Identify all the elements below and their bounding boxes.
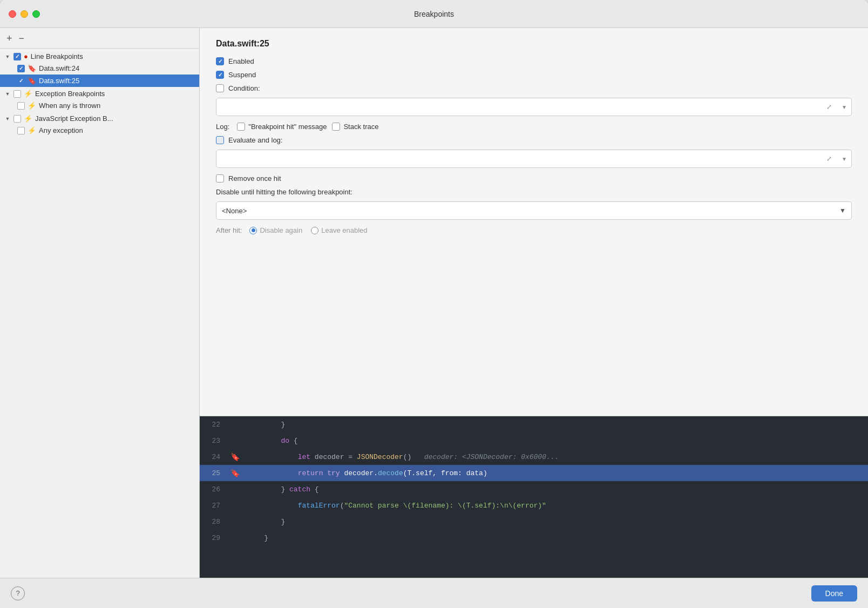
code-line-29: 29 } — [200, 530, 868, 546]
left-panel: + − ▼ ● Line Breakpoints 🔖 D — [0, 28, 200, 578]
evaluate-log-row: Evaluate and log: — [216, 136, 852, 144]
line-num-22: 22 — [200, 421, 227, 429]
leave-enabled-radio-item[interactable]: Leave enabled — [311, 226, 367, 234]
disable-again-radio-btn[interactable] — [249, 227, 257, 234]
dropdown-arrow-icon: ▼ — [842, 104, 847, 110]
line-content-24: let decoder = JSONDecoder() decoder: <JS… — [243, 452, 868, 462]
bp-item-any-exception[interactable]: ⚡ Any exception — [0, 124, 199, 137]
bp-group-exception: ▼ ⚡ Exception Breakpoints ⚡ When any is … — [0, 88, 199, 112]
code-line-25: 25 🔖 return try decoder.decode(T.self, f… — [200, 465, 868, 481]
evaluate-log-input[interactable]: ⤢ ▼ — [216, 150, 852, 168]
condition-row: Condition: — [216, 84, 852, 92]
bp-item-data-swift-25[interactable]: 🔖 Data.swift:25 — [0, 75, 199, 87]
evaluate-log-input-row: ⤢ ▼ — [216, 150, 852, 168]
line-breakpoints-checkbox[interactable] — [13, 53, 21, 60]
enabled-checkbox[interactable] — [216, 57, 224, 65]
dropdown-chevron-icon: ▼ — [839, 207, 846, 214]
disable-until-dropdown[interactable]: <None> ▼ — [216, 201, 852, 220]
line-content-29: } — [243, 533, 868, 543]
right-content: Data.swift:25 Enabled Suspend Condition: — [200, 28, 868, 416]
footer: ? Done — [0, 578, 868, 608]
line-bp-25: 🔖 — [227, 469, 243, 478]
any-exception-checkbox[interactable] — [17, 127, 25, 134]
maximize-button[interactable] — [32, 10, 40, 18]
data-swift-24-checkbox[interactable] — [17, 65, 25, 72]
line-num-26: 26 — [200, 485, 227, 494]
exception-bp-icon: ⚡ — [24, 90, 32, 98]
suspend-row: Suspend — [216, 71, 852, 79]
line-num-25: 25 — [200, 469, 227, 477]
js-exception-breakpoints-checkbox[interactable] — [13, 115, 21, 123]
log-breakpoint-hit-checkbox[interactable] — [237, 123, 245, 131]
bp-group-header-js-exception[interactable]: ▼ ⚡ JavaScript Exception B... — [0, 113, 199, 124]
disable-again-radio-item[interactable]: Disable again — [249, 226, 302, 234]
exception-breakpoints-label: Exception Breakpoints — [35, 90, 105, 98]
line-bp-24: 🔖 — [227, 452, 243, 462]
line-num-29: 29 — [200, 534, 227, 542]
traffic-lights — [9, 10, 40, 18]
after-hit-label: After hit: — [216, 226, 242, 234]
leave-enabled-radio-btn[interactable] — [311, 227, 318, 234]
suspend-checkbox[interactable] — [216, 71, 224, 79]
log-stack-trace-group: Stack trace — [332, 123, 378, 131]
left-toolbar: + − — [0, 28, 199, 49]
bp-group-line-breakpoints: ▼ ● Line Breakpoints 🔖 Data.swift:24 — [0, 51, 199, 87]
condition-checkbox[interactable] — [216, 84, 224, 92]
exception-breakpoints-checkbox[interactable] — [13, 90, 21, 98]
dropdown-arrow-icon-2: ▼ — [842, 156, 847, 162]
code-line-22: 22 } — [200, 416, 868, 433]
condition-input[interactable]: ⤢ ▼ — [216, 98, 852, 116]
code-line-27: 27 fatalError("Cannot parse \(filename):… — [200, 497, 868, 514]
line-breakpoints-label: Line Breakpoints — [31, 52, 83, 60]
log-stack-trace-label: Stack trace — [343, 123, 378, 131]
when-any-thrown-label: When any is thrown — [39, 102, 100, 110]
data-swift-24-label: Data.swift:24 — [39, 64, 79, 72]
chevron-down-icon-2: ▼ — [4, 91, 11, 97]
chevron-right-icon: ▼ — [4, 116, 11, 122]
done-button[interactable]: Done — [811, 585, 857, 602]
log-row: Log: "Breakpoint hit" message Stack trac… — [216, 123, 852, 131]
expand-icon: ⤢ — [826, 103, 832, 111]
disable-until-value: <None> — [222, 207, 839, 215]
line-content-25: return try decoder.decode(T.self, from: … — [243, 468, 868, 478]
help-button[interactable]: ? — [11, 586, 25, 600]
remove-once-hit-label: Remove once hit — [228, 174, 281, 183]
line-num-24: 24 — [200, 453, 227, 461]
log-breakpoint-hit-group: "Breakpoint hit" message — [237, 123, 327, 131]
enabled-row: Enabled — [216, 57, 852, 65]
data-swift-25-checkbox[interactable] — [17, 77, 25, 85]
bp-item-when-any-thrown[interactable]: ⚡ When any is thrown — [0, 99, 199, 112]
when-any-thrown-checkbox[interactable] — [17, 102, 25, 110]
log-stack-trace-checkbox[interactable] — [332, 123, 340, 131]
line-num-23: 23 — [200, 437, 227, 445]
bp-group-header-line-breakpoints[interactable]: ▼ ● Line Breakpoints — [0, 51, 199, 62]
leave-enabled-radio-label: Leave enabled — [321, 226, 367, 234]
disable-until-row: Disable until hitting the following brea… — [216, 188, 852, 196]
line-content-23: do { — [243, 436, 868, 446]
evaluate-log-label: Evaluate and log: — [228, 136, 282, 144]
minimize-button[interactable] — [21, 10, 28, 18]
log-label: Log: — [216, 123, 229, 131]
line-content-28: } — [243, 517, 868, 527]
panel-title: Data.swift:25 — [216, 39, 852, 49]
expand-icon-2: ⤢ — [826, 155, 832, 163]
bp-item-data-swift-24[interactable]: 🔖 Data.swift:24 — [0, 62, 199, 75]
after-hit-row: After hit: Disable again Leave enabled — [216, 226, 852, 234]
code-panel: 22 } 23 do { 24 🔖 — [200, 416, 868, 578]
breakpoints-window: Breakpoints + − ▼ ● Line Breakpoints — [0, 0, 868, 608]
code-line-26: 26 } catch { — [200, 481, 868, 497]
remove-breakpoint-button[interactable]: − — [19, 33, 25, 43]
line-content-26: } catch { — [243, 484, 868, 495]
remove-once-hit-row: Remove once hit — [216, 174, 852, 183]
js-exception-bp-icon: ⚡ — [24, 114, 32, 123]
close-button[interactable] — [9, 10, 16, 18]
code-line-28: 28 } — [200, 514, 868, 530]
bp-group-header-exception[interactable]: ▼ ⚡ Exception Breakpoints — [0, 88, 199, 99]
evaluate-log-checkbox[interactable] — [216, 136, 224, 144]
log-breakpoint-hit-label: "Breakpoint hit" message — [248, 123, 327, 131]
add-breakpoint-button[interactable]: + — [6, 33, 12, 43]
remove-once-hit-checkbox[interactable] — [216, 174, 224, 183]
bp-item-icon: 🔖 — [28, 64, 36, 72]
condition-label: Condition: — [228, 84, 260, 92]
any-exception-icon: ⚡ — [28, 126, 36, 134]
